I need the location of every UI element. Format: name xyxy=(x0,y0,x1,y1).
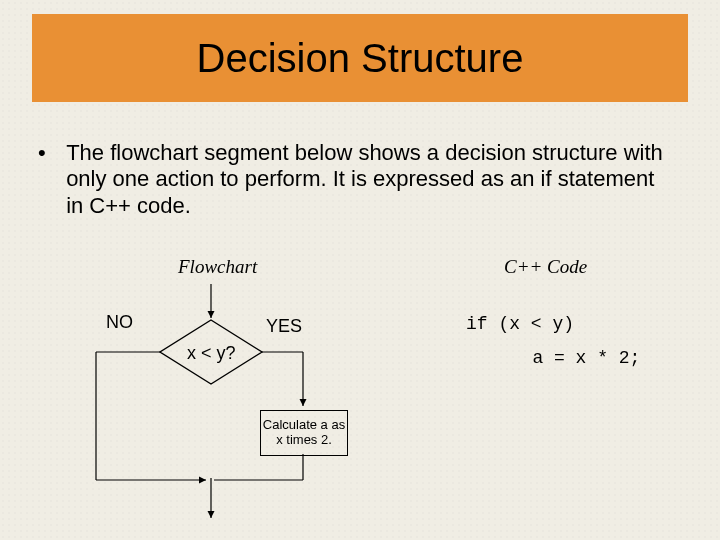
code-line-2: a = x * 2; xyxy=(500,348,640,368)
action-box: Calculate a as x times 2. xyxy=(260,410,348,456)
code-line-1: if (x < y) xyxy=(466,314,574,334)
code-column-label: C++ Code xyxy=(504,256,587,278)
action-text: Calculate a as x times 2. xyxy=(261,418,347,448)
no-label: NO xyxy=(106,312,133,333)
slide-title-bar: Decision Structure xyxy=(32,14,688,102)
flowchart-column-label: Flowchart xyxy=(178,256,257,278)
bullet-text: The flowchart segment below shows a deci… xyxy=(66,140,666,219)
body-bullet: • The flowchart segment below shows a de… xyxy=(38,140,678,219)
yes-label: YES xyxy=(266,316,302,337)
slide-title: Decision Structure xyxy=(197,36,524,81)
decision-condition: x < y? xyxy=(187,343,236,364)
bullet-dot: • xyxy=(38,140,60,166)
